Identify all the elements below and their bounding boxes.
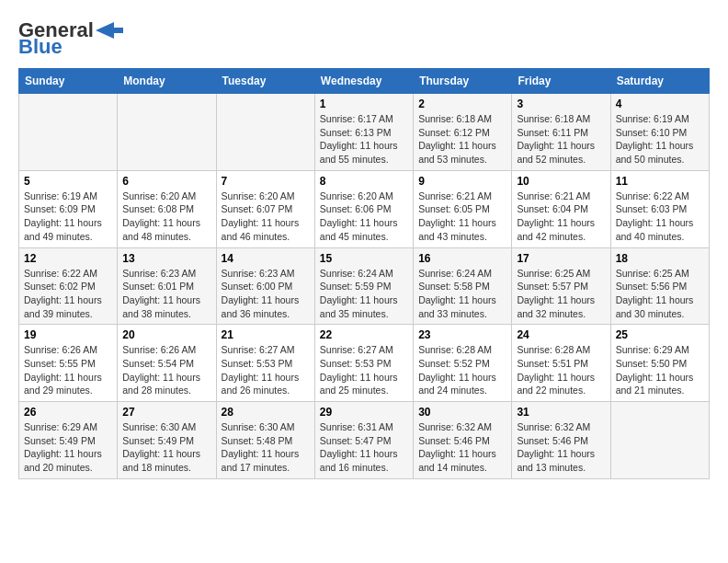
day-info: Sunrise: 6:19 AMSunset: 6:10 PMDaylight:…	[616, 112, 704, 167]
day-info: Sunrise: 6:21 AMSunset: 6:05 PMDaylight:…	[418, 190, 506, 244]
logo: General Blue	[18, 18, 123, 59]
day-number: 15	[320, 252, 408, 265]
day-info: Sunrise: 6:27 AMSunset: 5:53 PMDaylight:…	[222, 343, 310, 397]
calendar-cell	[19, 94, 118, 171]
day-info: Sunrise: 6:22 AMSunset: 6:03 PMDaylight:…	[616, 190, 704, 244]
day-info: Sunrise: 6:26 AMSunset: 5:54 PMDaylight:…	[122, 343, 210, 397]
day-info: Sunrise: 6:32 AMSunset: 5:46 PMDaylight:…	[517, 420, 605, 475]
day-info: Sunrise: 6:23 AMSunset: 6:00 PMDaylight:…	[222, 267, 310, 321]
calendar-cell: 7Sunrise: 6:20 AMSunset: 6:07 PMDaylight…	[216, 170, 314, 247]
calendar-cell: 26Sunrise: 6:29 AMSunset: 5:49 PMDayligh…	[19, 402, 118, 479]
day-number: 7	[222, 175, 310, 188]
calendar-cell: 28Sunrise: 6:30 AMSunset: 5:48 PMDayligh…	[216, 402, 314, 479]
calendar-cell: 21Sunrise: 6:27 AMSunset: 5:53 PMDayligh…	[216, 325, 314, 402]
header-wednesday: Wednesday	[314, 69, 413, 94]
day-number: 24	[517, 328, 605, 341]
day-info: Sunrise: 6:25 AMSunset: 5:56 PMDaylight:…	[616, 267, 704, 321]
day-info: Sunrise: 6:31 AMSunset: 5:47 PMDaylight:…	[320, 420, 408, 475]
calendar-cell: 6Sunrise: 6:20 AMSunset: 6:08 PMDaylight…	[118, 170, 216, 247]
day-number: 23	[418, 328, 506, 341]
day-number: 26	[24, 406, 112, 419]
day-info: Sunrise: 6:20 AMSunset: 6:07 PMDaylight:…	[222, 190, 310, 244]
logo-icon	[96, 20, 123, 40]
calendar-cell: 22Sunrise: 6:27 AMSunset: 5:53 PMDayligh…	[314, 325, 413, 402]
calendar-cell: 16Sunrise: 6:24 AMSunset: 5:58 PMDayligh…	[414, 247, 512, 325]
calendar-cell	[610, 402, 709, 479]
day-number: 11	[616, 175, 704, 188]
calendar-week-1: 1Sunrise: 6:17 AMSunset: 6:13 PMDaylight…	[19, 94, 710, 171]
calendar-cell: 29Sunrise: 6:31 AMSunset: 5:47 PMDayligh…	[314, 402, 413, 479]
day-info: Sunrise: 6:17 AMSunset: 6:13 PMDaylight:…	[320, 112, 408, 167]
day-number: 29	[320, 406, 408, 419]
day-number: 31	[517, 406, 605, 419]
day-number: 1	[320, 98, 408, 110]
day-info: Sunrise: 6:19 AMSunset: 6:09 PMDaylight:…	[24, 190, 112, 244]
day-number: 27	[122, 406, 210, 419]
day-info: Sunrise: 6:32 AMSunset: 5:46 PMDaylight:…	[418, 420, 506, 475]
page-header: General Blue	[18, 18, 710, 59]
calendar-week-5: 26Sunrise: 6:29 AMSunset: 5:49 PMDayligh…	[19, 402, 710, 479]
header-thursday: Thursday	[414, 69, 512, 94]
day-number: 19	[24, 328, 112, 341]
day-number: 16	[418, 252, 506, 265]
day-number: 21	[222, 328, 310, 341]
day-info: Sunrise: 6:25 AMSunset: 5:57 PMDaylight:…	[517, 267, 605, 321]
calendar-cell: 13Sunrise: 6:23 AMSunset: 6:01 PMDayligh…	[118, 247, 216, 325]
logo-blue: Blue	[18, 35, 63, 59]
day-number: 25	[616, 328, 704, 341]
day-number: 2	[418, 98, 506, 110]
header-tuesday: Tuesday	[216, 69, 314, 94]
day-info: Sunrise: 6:26 AMSunset: 5:55 PMDaylight:…	[24, 343, 112, 397]
day-number: 30	[418, 406, 506, 419]
day-info: Sunrise: 6:29 AMSunset: 5:50 PMDaylight:…	[616, 343, 704, 397]
calendar-cell: 14Sunrise: 6:23 AMSunset: 6:00 PMDayligh…	[216, 247, 314, 325]
day-number: 17	[517, 252, 605, 265]
calendar-cell: 3Sunrise: 6:18 AMSunset: 6:11 PMDaylight…	[512, 94, 610, 171]
calendar-table: SundayMondayTuesdayWednesdayThursdayFrid…	[18, 68, 710, 479]
day-number: 12	[24, 252, 112, 265]
calendar-cell	[118, 94, 216, 171]
calendar-cell: 25Sunrise: 6:29 AMSunset: 5:50 PMDayligh…	[610, 325, 709, 402]
day-info: Sunrise: 6:28 AMSunset: 5:52 PMDaylight:…	[418, 343, 506, 397]
calendar-week-4: 19Sunrise: 6:26 AMSunset: 5:55 PMDayligh…	[19, 325, 710, 402]
calendar-cell: 9Sunrise: 6:21 AMSunset: 6:05 PMDaylight…	[414, 170, 512, 247]
calendar-week-2: 5Sunrise: 6:19 AMSunset: 6:09 PMDaylight…	[19, 170, 710, 247]
calendar-cell: 4Sunrise: 6:19 AMSunset: 6:10 PMDaylight…	[610, 94, 709, 171]
calendar-cell: 15Sunrise: 6:24 AMSunset: 5:59 PMDayligh…	[314, 247, 413, 325]
day-info: Sunrise: 6:29 AMSunset: 5:49 PMDaylight:…	[24, 420, 112, 475]
day-info: Sunrise: 6:23 AMSunset: 6:01 PMDaylight:…	[122, 267, 210, 321]
calendar-cell: 17Sunrise: 6:25 AMSunset: 5:57 PMDayligh…	[512, 247, 610, 325]
day-number: 5	[24, 175, 112, 188]
day-number: 3	[517, 98, 605, 110]
day-info: Sunrise: 6:20 AMSunset: 6:08 PMDaylight:…	[122, 190, 210, 244]
day-info: Sunrise: 6:24 AMSunset: 5:59 PMDaylight:…	[320, 267, 408, 321]
day-info: Sunrise: 6:30 AMSunset: 5:49 PMDaylight:…	[122, 420, 210, 475]
day-number: 13	[122, 252, 210, 265]
day-info: Sunrise: 6:30 AMSunset: 5:48 PMDaylight:…	[222, 420, 310, 475]
calendar-cell: 8Sunrise: 6:20 AMSunset: 6:06 PMDaylight…	[314, 170, 413, 247]
day-info: Sunrise: 6:28 AMSunset: 5:51 PMDaylight:…	[517, 343, 605, 397]
calendar-cell: 2Sunrise: 6:18 AMSunset: 6:12 PMDaylight…	[414, 94, 512, 171]
day-number: 9	[418, 175, 506, 188]
header-saturday: Saturday	[610, 69, 709, 94]
day-number: 4	[616, 98, 704, 110]
day-info: Sunrise: 6:20 AMSunset: 6:06 PMDaylight:…	[320, 190, 408, 244]
calendar-week-3: 12Sunrise: 6:22 AMSunset: 6:02 PMDayligh…	[19, 247, 710, 325]
calendar-cell: 23Sunrise: 6:28 AMSunset: 5:52 PMDayligh…	[414, 325, 512, 402]
header-sunday: Sunday	[19, 69, 118, 94]
svg-marker-0	[96, 22, 123, 39]
calendar-cell	[216, 94, 314, 171]
day-number: 18	[616, 252, 704, 265]
day-info: Sunrise: 6:18 AMSunset: 6:11 PMDaylight:…	[517, 112, 605, 167]
calendar-cell: 27Sunrise: 6:30 AMSunset: 5:49 PMDayligh…	[118, 402, 216, 479]
day-number: 14	[222, 252, 310, 265]
calendar-cell: 30Sunrise: 6:32 AMSunset: 5:46 PMDayligh…	[414, 402, 512, 479]
calendar-cell: 31Sunrise: 6:32 AMSunset: 5:46 PMDayligh…	[512, 402, 610, 479]
day-info: Sunrise: 6:18 AMSunset: 6:12 PMDaylight:…	[418, 112, 506, 167]
calendar-cell: 12Sunrise: 6:22 AMSunset: 6:02 PMDayligh…	[19, 247, 118, 325]
header-friday: Friday	[512, 69, 610, 94]
day-number: 8	[320, 175, 408, 188]
day-number: 28	[222, 406, 310, 419]
day-info: Sunrise: 6:21 AMSunset: 6:04 PMDaylight:…	[517, 190, 605, 244]
calendar-cell: 10Sunrise: 6:21 AMSunset: 6:04 PMDayligh…	[512, 170, 610, 247]
